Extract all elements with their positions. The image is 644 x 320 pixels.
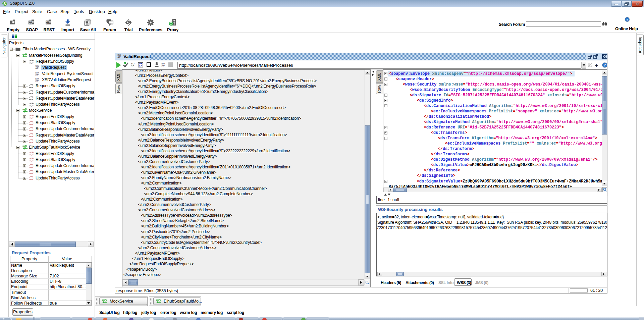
svg-text:?: ? — [604, 63, 606, 67]
svg-text:?: ? — [626, 18, 628, 21]
svg-text:S: S — [3, 2, 6, 6]
svg-text:ST: ST — [46, 22, 49, 24]
svg-text:AP: AP — [29, 22, 32, 24]
